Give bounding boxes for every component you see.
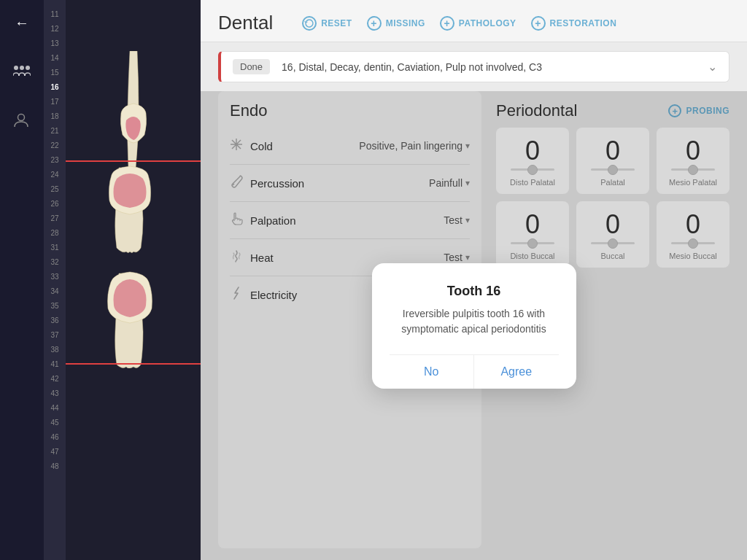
tooth-num-12[interactable]: 12 — [44, 22, 66, 36]
confirmation-modal: Tooth 16 Ireversible pulpitis tooth 16 w… — [372, 263, 576, 389]
tooth-num-45[interactable]: 45 — [44, 416, 66, 430]
tooth-num-27[interactable]: 27 — [44, 211, 66, 226]
tooth-num-18[interactable]: 18 — [44, 109, 66, 124]
modal-actions: No Agree — [390, 354, 559, 389]
tooth-num-28[interactable]: 28 — [44, 226, 66, 241]
plus-icon-pathology: + — [440, 16, 454, 31]
tooth-num-16[interactable]: 16 — [44, 80, 66, 95]
tooth-num-23[interactable]: 23 — [44, 153, 66, 168]
tooth-svg-top — [108, 51, 159, 175]
plus-icon-restoration: + — [531, 16, 546, 31]
red-line-bottom — [66, 363, 201, 365]
main-content: Dental RESET + MISSING + PATHOLOGY — [201, 0, 747, 560]
tooth-num-42[interactable]: 42 — [44, 372, 66, 386]
modal-body: Ireversible pulpitis tooth 16 with sympt… — [390, 306, 559, 337]
tooth-num-21[interactable]: 21 — [44, 124, 66, 139]
back-button[interactable]: ← — [7, 7, 36, 39]
back-icon: ← — [15, 15, 29, 31]
page-header: Dental RESET + MISSING + PATHOLOGY — [201, 0, 747, 42]
tooth-num-41[interactable]: 41 — [44, 357, 66, 372]
tooth-svg-bottom — [101, 266, 166, 368]
sidebar: ← — [0, 0, 44, 560]
modal-agree-button[interactable]: Agree — [474, 355, 559, 389]
tooth-view — [66, 0, 201, 560]
tooth-num-44[interactable]: 44 — [44, 401, 66, 416]
tooth-num-25[interactable]: 25 — [44, 182, 66, 197]
tooth-num-14[interactable]: 14 — [44, 51, 66, 66]
missing-button[interactable]: + MISSING — [367, 16, 425, 31]
status-text: 16, Distal, Decay, dentin, Caviation, Pu… — [282, 61, 696, 73]
tooth-num-35[interactable]: 35 — [44, 299, 66, 314]
plus-icon-missing: + — [367, 16, 382, 31]
tooth-num-26[interactable]: 26 — [44, 197, 66, 211]
tooth-num-34[interactable]: 34 — [44, 284, 66, 299]
tooth-num-48[interactable]: 48 — [44, 459, 66, 474]
sidebar-icon-patients[interactable] — [13, 53, 31, 90]
tooth-number-list: 11 12 13 14 15 16 17 18 21 22 23 24 25 2… — [44, 0, 66, 560]
modal-no-button[interactable]: No — [390, 355, 475, 389]
tooth-num-36[interactable]: 36 — [44, 314, 66, 328]
reset-icon — [302, 16, 317, 31]
restoration-button[interactable]: + RESTORATION — [531, 16, 617, 31]
tooth-num-38[interactable]: 38 — [44, 343, 66, 357]
status-done-badge: Done — [233, 59, 270, 74]
header-actions: RESET + MISSING + PATHOLOGY + RESTORATIO… — [302, 16, 616, 31]
tooth-num-15[interactable]: 15 — [44, 66, 66, 80]
modal-overlay: Tooth 16 Ireversible pulpitis tooth 16 w… — [201, 91, 747, 560]
restoration-label: RESTORATION — [550, 18, 617, 28]
tooth-svg-middle — [101, 160, 166, 255]
status-bar[interactable]: Done 16, Distal, Decay, dentin, Caviatio… — [218, 51, 729, 82]
page-title: Dental — [218, 12, 273, 34]
status-chevron-icon: ⌄ — [708, 60, 717, 74]
svg-point-0 — [14, 66, 18, 70]
tooth-num-11[interactable]: 11 — [44, 7, 66, 22]
pathology-label: PATHOLOGY — [459, 18, 516, 28]
tooth-num-43[interactable]: 43 — [44, 386, 66, 401]
reset-label: RESET — [321, 18, 352, 28]
pathology-button[interactable]: + PATHOLOGY — [440, 16, 516, 31]
sidebar-icon-person[interactable] — [13, 102, 31, 142]
svg-point-2 — [26, 66, 30, 70]
tooth-num-22[interactable]: 22 — [44, 139, 66, 153]
svg-point-1 — [20, 66, 24, 70]
svg-point-3 — [18, 114, 25, 121]
tooth-num-33[interactable]: 33 — [44, 270, 66, 284]
tooth-num-13[interactable]: 13 — [44, 36, 66, 51]
modal-title: Tooth 16 — [390, 284, 559, 299]
tooth-num-31[interactable]: 31 — [44, 241, 66, 255]
tooth-num-32[interactable]: 32 — [44, 255, 66, 270]
reset-button[interactable]: RESET — [302, 16, 352, 31]
content-area: Endo Cold Positive — [201, 91, 747, 560]
tooth-num-17[interactable]: 17 — [44, 95, 66, 109]
missing-label: MISSING — [386, 18, 425, 28]
tooth-num-37[interactable]: 37 — [44, 328, 66, 343]
tooth-num-46[interactable]: 46 — [44, 430, 66, 445]
tooth-num-47[interactable]: 47 — [44, 445, 66, 459]
tooth-num-24[interactable]: 24 — [44, 168, 66, 182]
red-line-top — [66, 160, 201, 162]
